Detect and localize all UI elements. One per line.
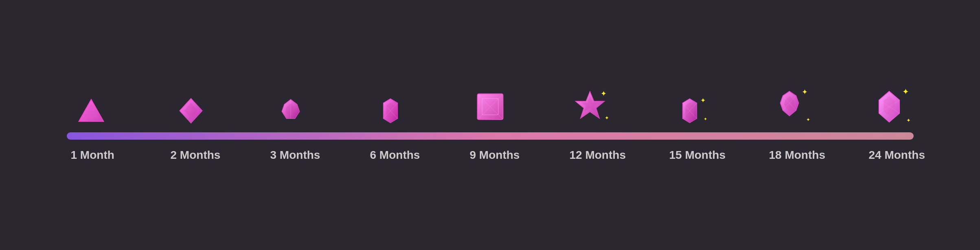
label-text-1-month: 1 Month	[71, 149, 114, 161]
label-text-24-months: 24 Months	[869, 149, 925, 161]
triangle-icon	[77, 96, 105, 125]
label-3-months: 3 Months	[270, 149, 311, 162]
icon-2-months	[171, 96, 211, 125]
svg-marker-10	[386, 103, 395, 119]
label-text-18-months: 18 Months	[769, 149, 825, 161]
gem-square-icon	[472, 88, 509, 125]
icon-15-months: ✦ ✦	[669, 96, 710, 125]
gem-hex-icon	[376, 96, 405, 125]
gem-sparkle-icon	[675, 96, 704, 125]
label-18-months: 18 Months	[769, 149, 810, 162]
label-12-months: 12 Months	[570, 149, 610, 162]
icon-18-months: ✦ ✦	[769, 88, 810, 125]
icons-row: ✦ ✦ ✦	[67, 88, 914, 125]
label-1-month: 1 Month	[71, 149, 112, 162]
label-text-12-months: 12 Months	[570, 149, 626, 161]
icon-6-months	[370, 96, 411, 125]
gem-small-icon	[276, 96, 305, 125]
label-6-months: 6 Months	[370, 149, 411, 162]
svg-marker-20	[685, 103, 694, 119]
label-24-months: 24 Months	[869, 149, 910, 162]
label-text-3-months: 3 Months	[270, 149, 320, 161]
diamond-icon	[177, 96, 205, 125]
progress-bar	[67, 132, 914, 140]
label-15-months: 15 Months	[669, 149, 710, 162]
label-text-15-months: 15 Months	[669, 149, 726, 161]
icon-1-month	[71, 96, 112, 125]
label-9-months: 9 Months	[470, 149, 511, 162]
labels-row: 1 Month 2 Months 3 Months 6 Months 9 Mon…	[67, 149, 914, 162]
icon-12-months: ✦ ✦	[570, 88, 610, 125]
icon-3-months	[270, 96, 311, 125]
label-text-2-months: 2 Months	[171, 149, 221, 161]
label-text-6-months: 6 Months	[370, 149, 420, 161]
timeline-container: ✦ ✦ ✦	[42, 72, 938, 178]
icon-24-months: ✦ ✦	[869, 88, 910, 125]
label-2-months: 2 Months	[171, 149, 211, 162]
label-text-9-months: 9 Months	[470, 149, 520, 161]
icon-9-months	[470, 88, 511, 125]
